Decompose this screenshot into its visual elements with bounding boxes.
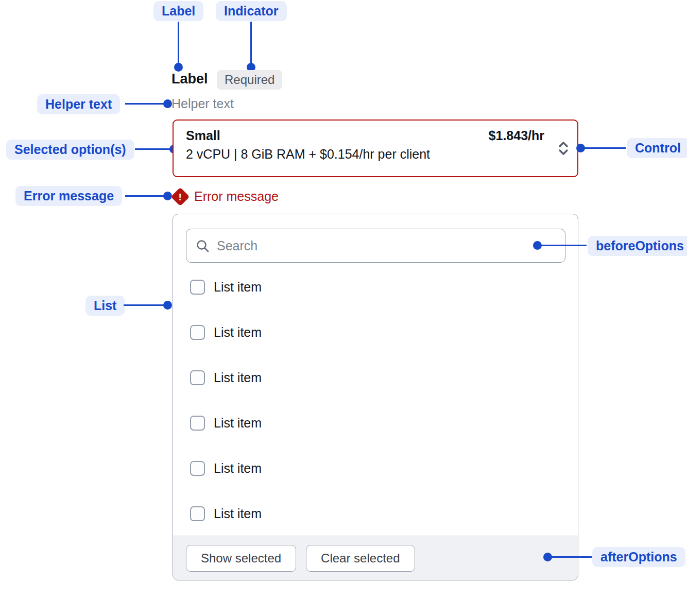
list-item-label: List item — [214, 370, 262, 385]
connector-line-after-options — [547, 556, 592, 558]
field-label: Label — [171, 71, 208, 87]
required-badge: Required — [217, 70, 282, 90]
connector-dot-label — [174, 63, 183, 72]
annotation-control: Control — [627, 138, 687, 158]
annotation-error-message: Error message — [15, 186, 122, 206]
connector-line-helper — [125, 103, 167, 105]
list-item[interactable]: List item — [190, 370, 262, 385]
selected-option-row: Small $1.843/hr — [186, 128, 565, 143]
connector-dot-helper — [163, 99, 172, 108]
connector-line-selected — [135, 148, 174, 150]
annotation-helper-text: Helper text — [37, 94, 120, 114]
annotation-before-options: beforeOptions — [588, 236, 687, 256]
search-icon — [196, 239, 210, 253]
search-box[interactable] — [186, 229, 565, 263]
list-item[interactable]: List item — [190, 461, 262, 476]
list-item-label: List item — [214, 461, 262, 476]
annotation-selected-options: Selected option(s) — [6, 140, 134, 160]
list-item-label: List item — [214, 280, 262, 295]
up-down-chevron-icon — [557, 140, 570, 157]
error-icon: ! — [171, 187, 190, 207]
list-item-label: List item — [214, 506, 262, 521]
connector-line-control — [581, 147, 626, 149]
list-item[interactable]: List item — [190, 280, 262, 295]
show-selected-button[interactable]: Show selected — [186, 545, 296, 572]
helper-text: Helper text — [171, 96, 234, 111]
clear-selected-button[interactable]: Clear selected — [306, 545, 415, 572]
selectable-anatomy-diagram: Label Indicator Label Required Helper te… — [0, 0, 687, 616]
list-item[interactable]: List item — [190, 416, 262, 431]
selected-option-price: $1.843/hr — [489, 128, 544, 143]
selected-option-details: 2 vCPU | 8 GiB RAM + $0.154/hr per clien… — [186, 147, 565, 162]
list-item-label: List item — [214, 325, 262, 340]
connector-line-before-options — [537, 245, 587, 246]
checkbox[interactable] — [190, 416, 205, 431]
connector-dot-error — [163, 192, 172, 200]
options-popover: List item List item List item List item … — [173, 214, 578, 580]
checkbox[interactable] — [190, 370, 205, 385]
connector-line-error — [125, 195, 167, 197]
checkbox[interactable] — [190, 506, 205, 521]
search-input[interactable] — [217, 238, 556, 253]
connector-dot-list — [163, 301, 172, 310]
list-item[interactable]: List item — [190, 506, 262, 521]
select-control[interactable]: Small $1.843/hr 2 vCPU | 8 GiB RAM + $0.… — [173, 119, 578, 177]
connector-line-label — [178, 22, 179, 68]
connector-line-list — [124, 304, 167, 306]
popover-footer: Show selected Clear selected — [173, 536, 578, 580]
annotation-list: List — [85, 296, 125, 316]
checkbox[interactable] — [190, 461, 205, 476]
connector-line-indicator — [250, 22, 252, 68]
annotation-label: Label — [153, 1, 203, 21]
checkbox[interactable] — [190, 280, 205, 295]
checkbox[interactable] — [190, 325, 205, 340]
list-item-label: List item — [214, 416, 262, 431]
selected-option-title: Small — [186, 128, 220, 143]
annotation-indicator: Indicator — [216, 1, 287, 21]
annotation-after-options: afterOptions — [592, 547, 685, 567]
error-message: Error message — [194, 189, 279, 204]
list-item[interactable]: List item — [190, 325, 262, 340]
